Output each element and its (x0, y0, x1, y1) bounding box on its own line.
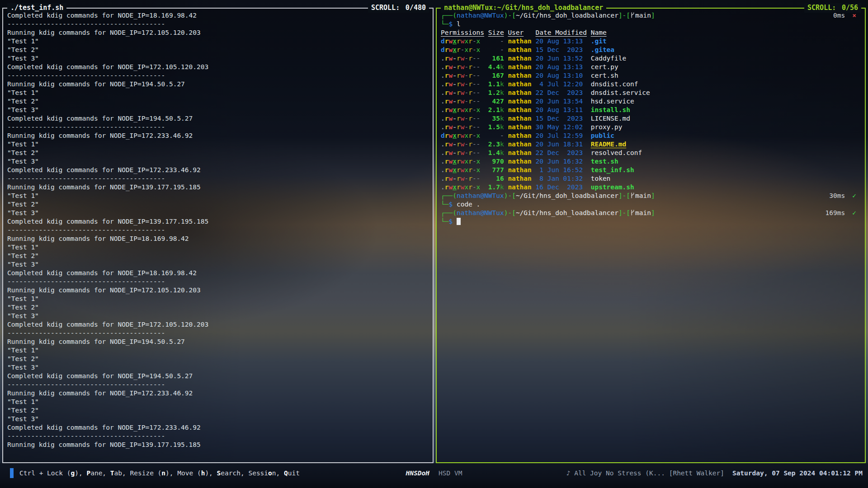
keybind-hint-segment: ), (75, 469, 86, 477)
file-name: token (591, 174, 611, 183)
file-permissions: .rwxrwxr-x (441, 106, 484, 114)
session-info: HNSDoH HSD VM (406, 468, 462, 479)
terminal-line: "Test 2" (7, 252, 429, 260)
file-size: 2.1k (484, 106, 504, 114)
prompt-frame: )-[ (504, 209, 516, 216)
keybind-hint-segment: n, (272, 469, 284, 477)
terminal-line: Running kdig commands for NODE_IP=18.169… (7, 235, 429, 243)
terminal-line: Running kdig commands for NODE_IP=172.10… (7, 286, 429, 295)
file-user: nathan (508, 89, 531, 97)
file-permissions: .rw-rw-r-- (441, 149, 484, 157)
terminal-line: "Test 1" (7, 295, 429, 303)
terminal-line: Completed kdig commands for NODE_IP=172.… (7, 63, 429, 71)
file-date: 22 Dec 2023 (535, 149, 586, 157)
git-branch-icon (630, 209, 635, 218)
file-name: test.sh (591, 157, 618, 166)
file-row: .rw-rw-r--161nathan20 Jun 13:52Caddyfile (441, 54, 861, 63)
terminal-line: ---------------------------------------- (7, 432, 429, 441)
terminal-line: "Test 3" (7, 260, 429, 269)
file-name: dnsdist.conf (591, 80, 638, 89)
file-user: nathan (508, 114, 531, 123)
command-text: code . (453, 201, 480, 208)
file-size: 16 (484, 174, 504, 183)
file-name: README.md (591, 140, 627, 149)
file-user: nathan (508, 174, 531, 183)
command-line: └─$ code . (441, 200, 861, 209)
file-name: proxy.py (591, 123, 623, 131)
terminal-line: "Test 3" (7, 363, 429, 372)
terminal-line: "Test 2" (7, 355, 429, 363)
command-duration: 30ms (829, 192, 845, 199)
file-permissions: .rw-rw-r-- (441, 89, 484, 97)
check-icon: ✓ (852, 192, 856, 199)
terminal-line: Completed kdig commands for NODE_IP=194.… (7, 114, 429, 123)
command-line: └─$ (441, 217, 861, 226)
file-user: nathan (508, 71, 531, 80)
keybind-hint-segment: P (86, 469, 90, 477)
file-size: 1.1k (484, 80, 504, 89)
status-right: ♪ All Joy No Stress (K... [Rhett Walker]… (566, 469, 863, 477)
keybind-hint-segment: g (71, 469, 75, 477)
file-user: nathan (508, 183, 531, 192)
keybind-hints[interactable]: Ctrl + Lock (g), Pane, Tab, Resize (n), … (19, 469, 300, 477)
prompt-dollar: $ (448, 20, 453, 28)
prompt-frame: ] (651, 12, 655, 19)
prompt-dollar: $ (448, 218, 453, 225)
cross-icon: × (852, 12, 856, 19)
file-permissions: .rw-rw-r-- (441, 80, 484, 89)
file-date: 30 May 12:02 (535, 123, 586, 131)
prompt-frame: ┌──( (441, 12, 457, 19)
file-date: 22 Dec 2023 (535, 89, 586, 97)
prompt-line: ┌──(nathan@NWTux)-[~/Git/hns_doh_loadbal… (441, 192, 861, 200)
left-terminal-output[interactable]: Completed kdig commands for NODE_IP=18.1… (3, 9, 433, 462)
file-date: 20 Aug 13:10 (535, 71, 586, 80)
now-playing (570, 469, 574, 477)
prompt-frame: ] (651, 192, 655, 199)
file-name: install.sh (591, 106, 630, 114)
file-name: Caddyfile (591, 54, 627, 63)
terminal-line: Running kdig commands for NODE_IP=139.17… (7, 183, 429, 192)
file-permissions: .rwxrwxr-x (441, 166, 484, 174)
terminal-line: ---------------------------------------- (7, 174, 429, 183)
file-date: 15 Dec 2023 (535, 46, 586, 54)
shell-output[interactable]: ┌──(nathan@NWTux)-[~/Git/hns_doh_loadbal… (437, 9, 865, 462)
terminal-line: "Test 1" (7, 398, 429, 406)
terminal-line: "Test 1" (7, 37, 429, 46)
prompt-frame: )-[ (504, 12, 516, 19)
git-branch-icon (630, 12, 635, 21)
terminal-line: "Test 3" (7, 312, 429, 320)
pane-shell[interactable]: nathan@NWTux:~/Git/hns_doh_loadbalancer … (436, 8, 866, 463)
terminal-line: ---------------------------------------- (7, 123, 429, 131)
file-permissions: .rw-rw-r-- (441, 140, 484, 149)
file-permissions: .rw-rw-r-- (441, 54, 484, 63)
file-permissions: .rwxrwxr-x (441, 183, 484, 192)
file-date: 20 Jun 13:54 (535, 97, 586, 106)
file-name: .gitea (591, 46, 614, 54)
prompt-dollar: $ (448, 201, 453, 208)
file-name: LICENSE.md (591, 114, 630, 123)
file-user: nathan (508, 54, 531, 63)
file-row: .rw-rw-r--4.4knathan20 Aug 13:13cert.py (441, 63, 861, 71)
file-permissions: .rw-rw-r-- (441, 174, 484, 183)
terminal-line: "Test 3" (7, 415, 429, 423)
file-name: dnsdist.service (591, 89, 650, 97)
keybind-hint-segment: ), (205, 469, 217, 477)
prompt-frame: ]-[ (618, 192, 630, 199)
keybind-hint-segment: o (268, 469, 272, 477)
keybind-hint-segment: uit (288, 469, 300, 477)
terminal-cursor (457, 218, 461, 225)
terminal-line: "Test 3" (7, 54, 429, 63)
file-row: .rw-rw-r--1.4knathan22 Dec 2023resolved.… (441, 149, 861, 157)
keybind-hint-segment: Q (284, 469, 288, 477)
pane-test-inf-script[interactable]: ./test_inf.sh SCROLL:0/480 Completed kdi… (2, 8, 434, 463)
terminal-line: "Test 1" (7, 192, 429, 200)
file-size: 1.7k (484, 183, 504, 192)
file-name: public (591, 131, 614, 140)
terminal-line: "Test 3" (7, 106, 429, 114)
terminal-line: "Test 3" (7, 209, 429, 217)
file-date: 15 Dec 2023 (535, 114, 586, 123)
terminal-line: Completed kdig commands for NODE_IP=139.… (7, 217, 429, 226)
command-duration: 169ms (826, 209, 845, 216)
terminal-line: "Test 1" (7, 346, 429, 355)
terminal-line: Running kdig commands for NODE_IP=194.50… (7, 338, 429, 346)
